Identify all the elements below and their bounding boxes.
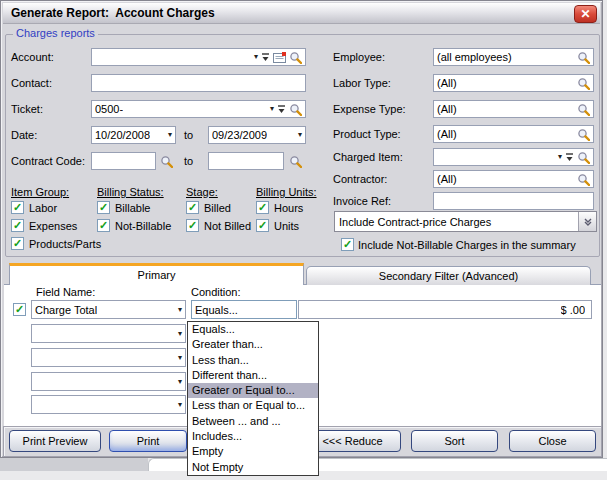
field-name-value: Charge Total (35, 304, 97, 316)
search-icon[interactable] (577, 128, 590, 141)
expand-icon[interactable] (565, 153, 574, 162)
dropdown-arrow-icon[interactable]: ▾ (178, 354, 182, 362)
field-name-select-1[interactable]: Charge Total ▾ (31, 300, 186, 319)
not-billed-checkbox[interactable]: ✓ (186, 219, 199, 232)
dropdown-arrow-icon[interactable]: ▾ (178, 306, 182, 314)
billable-checkbox[interactable]: ✓ (97, 201, 110, 214)
field-name-select-5[interactable]: ▾ (31, 395, 186, 414)
search-icon[interactable] (577, 151, 590, 164)
dropdown-arrow-icon[interactable]: ▾ (178, 401, 182, 409)
contract-from-input[interactable] (91, 152, 156, 170)
include-charges-value: Include Contract-price Charges (339, 216, 491, 228)
dropdown-arrow-icon[interactable]: ▾ (168, 131, 172, 139)
contractor-lookup[interactable]: (All) (433, 170, 594, 188)
contract-to-input[interactable] (208, 152, 284, 170)
field-name-select-2[interactable]: ▾ (31, 324, 186, 343)
ticket-label: Ticket: (11, 100, 43, 118)
invoice-ref-input[interactable] (433, 192, 594, 210)
search-icon[interactable] (577, 77, 590, 90)
expand-icon[interactable] (261, 53, 270, 62)
contractor-value: (All) (437, 173, 457, 185)
condition-menu-item[interactable]: Less than... (188, 353, 318, 368)
dropdown-arrow-icon[interactable]: ▾ (254, 53, 258, 61)
include-charges-select[interactable]: Include Contract-price Charges (334, 211, 597, 232)
ticket-value: 0500- (95, 103, 123, 115)
not-billable-checkbox-label: Not-Billable (115, 219, 171, 233)
condition-menu-item[interactable]: Different than... (188, 368, 318, 383)
summary-checkbox[interactable]: ✓ (341, 238, 354, 251)
expense-type-label: Expense Type: (333, 100, 406, 118)
item-group-header: Item Group: (11, 185, 69, 199)
tab-primary[interactable]: Primary (9, 263, 304, 285)
close-button[interactable]: ✕ (574, 5, 597, 23)
date-label: Date: (11, 126, 37, 144)
tab-secondary-filter[interactable]: Secondary Filter (Advanced) (306, 266, 591, 285)
product-type-label: Product Type: (333, 125, 401, 143)
dropdown-arrow-icon[interactable]: ▾ (558, 153, 562, 161)
ticket-combobox[interactable]: 0500- ▾ (91, 100, 306, 118)
condition-menu-item-highlighted[interactable]: Greater or Equal to... (188, 383, 318, 398)
condition-menu-item[interactable]: Greater than... (188, 337, 318, 352)
chevron-down-icon[interactable] (578, 212, 596, 231)
search-icon[interactable] (160, 155, 173, 168)
search-icon[interactable] (289, 51, 302, 64)
search-icon[interactable] (577, 51, 590, 64)
condition-menu-item[interactable]: Equals... (188, 322, 318, 337)
condition-menu-item[interactable]: Less than or Equal to... (188, 398, 318, 413)
condition-menu-item[interactable]: Includes... (188, 429, 318, 444)
sort-button[interactable]: Sort (411, 430, 498, 452)
filter-row-checkbox[interactable]: ✓ (13, 303, 26, 316)
window-title: Generate Report: Account Charges (11, 3, 215, 24)
condition-select-1[interactable]: Equals... (191, 300, 297, 319)
employee-lookup[interactable]: (all employees) (433, 48, 594, 66)
search-icon[interactable] (289, 103, 302, 116)
products-parts-checkbox[interactable]: ✓ (11, 237, 24, 250)
hours-checkbox[interactable]: ✓ (256, 201, 269, 214)
dropdown-arrow-icon[interactable]: ▾ (270, 105, 274, 113)
dropdown-arrow-icon[interactable]: ▾ (298, 131, 302, 139)
amount-value: $ .00 (561, 304, 585, 316)
not-billable-checkbox[interactable]: ✓ (97, 219, 110, 232)
dropdown-arrow-icon[interactable]: ▾ (178, 330, 182, 338)
account-combobox[interactable]: ▾ (91, 48, 306, 66)
condition-menu-item[interactable]: Empty (188, 444, 318, 459)
charged-item-combobox[interactable]: ▾ (433, 148, 594, 166)
expand-icon[interactable] (277, 105, 286, 114)
labor-type-lookup[interactable]: (All) (433, 74, 594, 92)
search-icon[interactable] (577, 173, 590, 186)
labor-checkbox[interactable]: ✓ (11, 201, 24, 214)
contact-card-icon[interactable] (273, 52, 286, 63)
date-to-picker[interactable]: 09/23/2009 ▾ (208, 126, 306, 144)
dropdown-arrow-icon[interactable]: ▾ (178, 378, 182, 386)
close-dialog-button[interactable]: Close (509, 430, 596, 452)
contractor-label: Contractor: (333, 170, 387, 188)
condition-value: Equals... (195, 304, 238, 316)
check-icon: ✓ (187, 202, 198, 213)
date-from-picker[interactable]: 10/20/2008 ▾ (91, 126, 176, 144)
billed-checkbox[interactable]: ✓ (186, 201, 199, 214)
units-checkbox[interactable]: ✓ (256, 219, 269, 232)
print-button[interactable]: Print (109, 430, 187, 452)
not-billed-checkbox-label: Not Billed (204, 219, 251, 233)
contract-code-label: Contract Code: (11, 152, 85, 170)
print-preview-button[interactable]: Print Preview (9, 430, 101, 452)
condition-menu-item[interactable]: Between ... and ... (188, 414, 318, 429)
contact-input[interactable] (91, 74, 306, 92)
account-label: Account: (11, 48, 54, 66)
expenses-checkbox-label: Expenses (29, 219, 77, 233)
date-to-word: to (184, 126, 193, 144)
product-type-lookup[interactable]: (All) (433, 125, 594, 143)
expense-type-lookup[interactable]: (All) (433, 100, 594, 118)
employee-value: (all employees) (437, 51, 512, 63)
field-name-select-4[interactable]: ▾ (31, 372, 186, 391)
amount-field[interactable]: $ .00 (298, 300, 592, 319)
stage-header: Stage: (186, 185, 218, 199)
search-icon[interactable] (577, 103, 590, 116)
expenses-checkbox[interactable]: ✓ (11, 219, 24, 232)
search-icon[interactable] (289, 155, 302, 168)
check-icon: ✓ (98, 220, 109, 231)
units-checkbox-label: Units (274, 219, 299, 233)
title-bar[interactable]: Generate Report: Account Charges ✕ (3, 3, 600, 24)
field-name-select-3[interactable]: ▾ (31, 348, 186, 367)
condition-menu-item[interactable]: Not Empty (188, 460, 318, 475)
